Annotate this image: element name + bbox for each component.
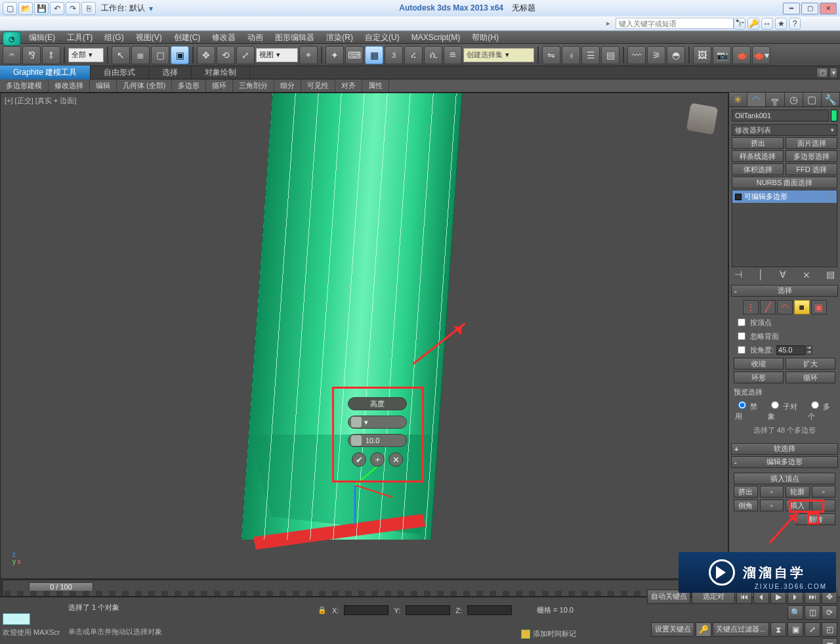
coord-z-input[interactable] — [467, 605, 512, 615]
menu-views[interactable]: 视图(V) — [131, 31, 167, 45]
mod-btn-poly[interactable]: 多边形选择 — [786, 150, 837, 162]
viewport[interactable]: [+] [正交] [真实 + 边面] 高度 ▾ ✔ ＋ ✕ zy x — [0, 93, 728, 579]
ribbon-item-subdiv[interactable]: 细分 — [274, 79, 301, 92]
nav-fov-icon[interactable]: ◫ — [805, 605, 820, 620]
qat-redo-icon[interactable]: ↷ — [66, 2, 80, 15]
qat-save-icon[interactable]: 💾 — [34, 2, 49, 15]
btn-bevel-settings[interactable]: ▫ — [760, 500, 784, 511]
rollout-softsel-header[interactable]: +软选择 — [731, 443, 838, 455]
window-maximize-button[interactable]: ▢ — [801, 3, 818, 14]
chk-by-angle[interactable]: 按角度: ▴▾ — [735, 344, 834, 356]
material-editor-icon[interactable]: ◓ — [667, 46, 685, 64]
modifier-stack[interactable]: 可编辑多边形 — [732, 190, 837, 267]
mod-btn-extrude[interactable]: 挤出 — [732, 137, 784, 149]
ribbon-item-poly[interactable]: 多边形建模 — [0, 79, 49, 92]
stack-unique-button[interactable]: ∀ — [780, 269, 786, 280]
ribbon-caret-icon[interactable]: ▾ — [830, 68, 837, 78]
use-pivot-icon[interactable]: ⌖ — [299, 46, 318, 64]
so-border-icon[interactable]: ◠ — [777, 300, 793, 314]
nav-max-icon[interactable]: ⬔ — [822, 638, 837, 645]
tab-hierarchy-icon[interactable]: ╦ — [766, 93, 784, 106]
ribbon-item-modsel[interactable]: 修改选择 — [49, 79, 90, 92]
tab-motion-icon[interactable]: ◷ — [785, 93, 803, 106]
rollout-selection-header[interactable]: -选择 — [731, 285, 838, 297]
ribbon-item-tri[interactable]: 三角剖分 — [233, 79, 274, 92]
exchange-icon[interactable]: ↔ — [761, 18, 773, 30]
modifier-list-dropdown[interactable]: 修改器列表▾ — [732, 124, 837, 136]
nav-zoomall-icon[interactable]: ⤢ — [805, 622, 820, 637]
by-angle-input[interactable] — [776, 345, 805, 355]
reference-coord-dropdown[interactable]: 视图▾ — [256, 48, 298, 62]
ribbon-item-edit[interactable]: 编辑 — [90, 79, 117, 92]
app-logo-icon[interactable]: ◔ — [3, 32, 21, 46]
so-element-icon[interactable]: ▣ — [811, 300, 827, 314]
object-name-input[interactable] — [732, 110, 829, 121]
ribbon-tab-paint[interactable]: 对象绘制 — [192, 66, 250, 79]
lock-icon[interactable]: 🔒 — [318, 606, 327, 614]
btn-inset-settings[interactable]: ▫ — [812, 500, 836, 511]
qat-open-icon[interactable]: 📂 — [18, 2, 33, 15]
angle-snap-icon[interactable]: 3 — [385, 46, 403, 64]
search-input[interactable] — [616, 18, 734, 29]
unlink-icon[interactable]: ⅋ — [22, 46, 41, 64]
named-selection-dropdown[interactable]: 创建选择集▾ — [463, 48, 534, 62]
window-close-button[interactable]: ✕ — [820, 3, 837, 14]
opt-disable[interactable]: 禁用 — [735, 399, 761, 421]
manipulate-icon[interactable]: ✦ — [326, 46, 344, 64]
coord-x-input[interactable] — [344, 605, 388, 615]
key-filter-button[interactable]: 关键点过滤器... — [713, 622, 769, 637]
graphite-icon[interactable]: ▤ — [601, 46, 620, 64]
menu-edit[interactable]: 编辑(E) — [24, 31, 60, 45]
menu-tools[interactable]: 工具(T) — [62, 31, 98, 45]
star-icon[interactable]: ★ — [775, 18, 787, 30]
nav-orbit-icon[interactable]: ⟳ — [822, 605, 837, 620]
layers-icon[interactable]: ☰ — [581, 46, 600, 64]
help-icon[interactable]: ? — [789, 18, 801, 30]
time-slider[interactable]: 0 / 100 05 1015 2025 3035 4045 5055 6065… — [2, 580, 727, 597]
chk-by-vertex[interactable]: 按顶点 — [735, 316, 834, 328]
ribbon-item-polys[interactable]: 多边形 — [172, 79, 206, 92]
menu-animation[interactable]: 动画 — [242, 31, 268, 45]
caddy-type-dropdown[interactable]: ▾ — [348, 416, 407, 429]
workspace-label[interactable]: 工作台: 默认 — [101, 3, 145, 14]
selection-filter-dropdown[interactable]: 全部▾ — [68, 48, 104, 62]
mirror-icon[interactable]: ⇋ — [542, 46, 560, 64]
move-icon[interactable]: ✥ — [197, 46, 215, 64]
schematic-view-icon[interactable]: ⚞ — [647, 46, 665, 64]
btn-loop[interactable]: 循环 — [786, 372, 835, 383]
ribbon-tab-graphite[interactable]: Graphite 建模工具 — [0, 66, 91, 79]
window-minimize-button[interactable]: ━ — [783, 3, 800, 14]
menu-grapheditors[interactable]: 图形编辑器 — [270, 31, 320, 45]
rotate-icon[interactable]: ⟲ — [217, 46, 235, 64]
rendered-frame-icon[interactable]: 📷 — [713, 46, 731, 64]
menu-modifiers[interactable]: 修改器 — [207, 31, 241, 45]
so-edge-icon[interactable]: ╱ — [760, 300, 776, 314]
select-region-icon[interactable]: ▢ — [151, 46, 169, 64]
menu-help[interactable]: 帮助(H) — [467, 31, 504, 45]
ribbon-collapse-icon[interactable]: ▢ — [816, 68, 828, 78]
percent-snap-icon[interactable]: ረ — [404, 46, 423, 64]
select-by-name-icon[interactable]: ≣ — [131, 46, 150, 64]
keyboard-shortcut-icon[interactable]: ⌨ — [345, 46, 364, 64]
set-key-big-icon[interactable]: 🔑 — [696, 622, 711, 637]
opt-subobj[interactable]: 子对象 — [768, 399, 801, 421]
coord-y-input[interactable] — [406, 605, 450, 615]
align-icon[interactable]: ⫞ — [562, 46, 580, 64]
scale-icon[interactable]: ⤢ — [236, 46, 255, 64]
qat-new-icon[interactable]: ▢ — [3, 2, 17, 15]
menu-maxscript[interactable]: MAXScript(M) — [406, 32, 466, 43]
ribbon-item-align[interactable]: 对齐 — [335, 79, 362, 92]
btn-shrink[interactable]: 收缩 — [734, 358, 784, 370]
stack-item-editable-poly[interactable]: 可编辑多边形 — [732, 190, 837, 203]
tab-display-icon[interactable]: ▢ — [803, 93, 822, 106]
extrude-caddy[interactable]: 高度 ▾ ✔ ＋ ✕ — [348, 397, 407, 467]
caddy-height-input[interactable] — [364, 436, 392, 445]
stack-configure-button[interactable]: ▤ — [826, 269, 835, 280]
btn-ring[interactable]: 环形 — [734, 372, 784, 383]
key-icon[interactable]: 🔑 — [747, 18, 759, 30]
ribbon-item-vis[interactable]: 可见性 — [301, 79, 335, 92]
nav-region-icon[interactable]: ◰ — [822, 622, 837, 637]
snap-toggle-icon[interactable]: ▦ — [365, 46, 383, 64]
btn-insert-vertex[interactable]: 插入顶点 — [734, 473, 835, 484]
stack-remove-button[interactable]: ⨯ — [803, 269, 810, 280]
